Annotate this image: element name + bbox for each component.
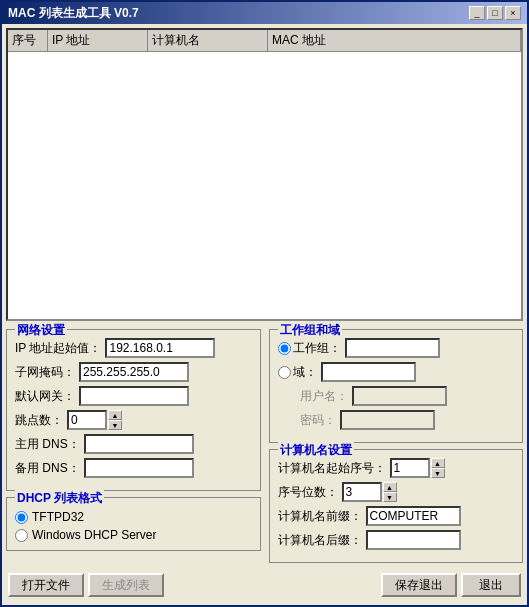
hops-up-button[interactable]: ▲ [108, 410, 122, 420]
backup-dns-input[interactable] [84, 458, 194, 478]
close-button[interactable]: × [505, 6, 521, 20]
computer-name-title: 计算机名设置 [278, 442, 354, 459]
footer-left-buttons: 打开文件 生成列表 [8, 573, 164, 597]
start-seq-up-button[interactable]: ▲ [431, 458, 445, 468]
gateway-label: 默认网关： [15, 388, 75, 405]
start-seq-label: 计算机名起始序号： [278, 460, 386, 477]
primary-dns-label: 主用 DNS： [15, 436, 80, 453]
workgroup-title: 工作组和域 [278, 322, 342, 339]
windows-dhcp-label: Windows DHCP Server [32, 528, 156, 542]
hops-down-button[interactable]: ▼ [108, 420, 122, 430]
col-hostname: 计算机名 [148, 30, 268, 51]
backup-dns-row: 备用 DNS： [15, 458, 252, 478]
domain-row: 域： [278, 362, 515, 382]
main-window: MAC 列表生成工具 V0.7 _ □ × 序号 IP 地址 计算机名 MAC … [0, 0, 529, 607]
subnet-input[interactable] [79, 362, 189, 382]
workgroup-radio-item[interactable] [278, 342, 291, 355]
generate-list-button[interactable]: 生成列表 [88, 573, 164, 597]
table-header: 序号 IP 地址 计算机名 MAC 地址 [8, 30, 521, 52]
save-exit-button[interactable]: 保存退出 [381, 573, 457, 597]
username-row: 用户名： [278, 386, 515, 406]
seq-digits-spinner-buttons: ▲ ▼ [383, 482, 397, 502]
right-panel: 工作组和域 工作组： 域： [269, 329, 524, 563]
seq-digits-up-button[interactable]: ▲ [383, 482, 397, 492]
backup-dns-label: 备用 DNS： [15, 460, 80, 477]
prefix-row: 计算机名前缀： [278, 506, 515, 526]
seq-digits-label: 序号位数： [278, 484, 338, 501]
left-panel: 网络设置 IP 地址起始值： 子网掩码： 默认网关： [6, 329, 261, 563]
hops-spinner-buttons: ▲ ▼ [108, 410, 122, 430]
hops-spinner: ▲ ▼ [67, 410, 122, 430]
minimize-button[interactable]: _ [469, 6, 485, 20]
col-mac: MAC 地址 [268, 30, 521, 51]
data-table: 序号 IP 地址 计算机名 MAC 地址 [6, 28, 523, 321]
password-row: 密码： [278, 410, 515, 430]
windows-dhcp-radio[interactable] [15, 529, 28, 542]
title-bar: MAC 列表生成工具 V0.7 _ □ × [2, 2, 527, 24]
exit-button[interactable]: 退出 [461, 573, 521, 597]
tftpd32-label: TFTPD32 [32, 510, 84, 524]
prefix-label: 计算机名前缀： [278, 508, 362, 525]
domain-input[interactable] [321, 362, 416, 382]
domain-label: 域： [293, 364, 317, 381]
computer-name-section: 计算机名设置 计算机名起始序号： ▲ ▼ [269, 449, 524, 563]
col-index: 序号 [8, 30, 48, 51]
dhcp-radio-group: TFTPD32 Windows DHCP Server [15, 510, 252, 542]
password-input[interactable] [340, 410, 435, 430]
subnet-label: 子网掩码： [15, 364, 75, 381]
username-label: 用户名： [278, 388, 348, 405]
open-file-button[interactable]: 打开文件 [8, 573, 84, 597]
workgroup-radio[interactable] [278, 342, 291, 355]
domain-radio-item[interactable] [278, 366, 291, 379]
workgroup-section: 工作组和域 工作组： 域： [269, 329, 524, 443]
network-settings-title: 网络设置 [15, 322, 67, 339]
dhcp-format-section: DHCP 列表格式 TFTPD32 Windows DHCP Server [6, 497, 261, 551]
footer-buttons: 打开文件 生成列表 保存退出 退出 [6, 569, 523, 601]
bottom-panels: 网络设置 IP 地址起始值： 子网掩码： 默认网关： [6, 329, 523, 563]
col-ip: IP 地址 [48, 30, 148, 51]
subnet-row: 子网掩码： [15, 362, 252, 382]
dhcp-format-title: DHCP 列表格式 [15, 490, 104, 507]
seq-digits-spinner: ▲ ▼ [342, 482, 397, 502]
start-seq-row: 计算机名起始序号： ▲ ▼ [278, 458, 515, 478]
start-seq-input[interactable] [390, 458, 430, 478]
start-seq-spinner: ▲ ▼ [390, 458, 445, 478]
username-input[interactable] [352, 386, 447, 406]
suffix-input[interactable] [366, 530, 461, 550]
footer-right-buttons: 保存退出 退出 [381, 573, 521, 597]
start-seq-spinner-buttons: ▲ ▼ [431, 458, 445, 478]
password-label: 密码： [278, 412, 336, 429]
hops-label: 跳点数： [15, 412, 63, 429]
table-body [8, 52, 521, 319]
primary-dns-row: 主用 DNS： [15, 434, 252, 454]
ip-start-row: IP 地址起始值： [15, 338, 252, 358]
prefix-input[interactable] [366, 506, 461, 526]
workgroup-input[interactable] [345, 338, 440, 358]
seq-digits-input[interactable] [342, 482, 382, 502]
workgroup-row: 工作组： [278, 338, 515, 358]
seq-digits-row: 序号位数： ▲ ▼ [278, 482, 515, 502]
window-controls: _ □ × [469, 6, 521, 20]
window-title: MAC 列表生成工具 V0.7 [8, 5, 139, 22]
maximize-button[interactable]: □ [487, 6, 503, 20]
tftpd32-radio-item[interactable]: TFTPD32 [15, 510, 252, 524]
suffix-label: 计算机名后缀： [278, 532, 362, 549]
primary-dns-input[interactable] [84, 434, 194, 454]
tftpd32-radio[interactable] [15, 511, 28, 524]
network-settings-section: 网络设置 IP 地址起始值： 子网掩码： 默认网关： [6, 329, 261, 491]
windows-dhcp-radio-item[interactable]: Windows DHCP Server [15, 528, 252, 542]
hops-input[interactable] [67, 410, 107, 430]
content-area: 序号 IP 地址 计算机名 MAC 地址 网络设置 IP 地址起始值： [2, 24, 527, 605]
start-seq-down-button[interactable]: ▼ [431, 468, 445, 478]
gateway-row: 默认网关： [15, 386, 252, 406]
ip-start-input[interactable] [105, 338, 215, 358]
seq-digits-down-button[interactable]: ▼ [383, 492, 397, 502]
domain-radio[interactable] [278, 366, 291, 379]
hops-row: 跳点数： ▲ ▼ [15, 410, 252, 430]
gateway-input[interactable] [79, 386, 189, 406]
ip-start-label: IP 地址起始值： [15, 340, 101, 357]
suffix-row: 计算机名后缀： [278, 530, 515, 550]
workgroup-label: 工作组： [293, 340, 341, 357]
